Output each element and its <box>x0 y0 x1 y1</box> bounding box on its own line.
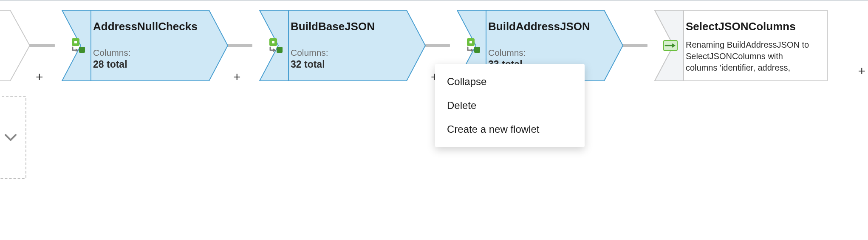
svg-rect-2 <box>74 41 77 43</box>
derived-column-icon <box>267 37 284 54</box>
context-menu: Collapse Delete Create a new flowlet <box>435 64 585 147</box>
svg-marker-8 <box>273 49 276 52</box>
node-icon-area <box>65 9 90 82</box>
columns-label: Columns: <box>488 48 606 58</box>
connector-line <box>29 44 55 47</box>
context-menu-item-collapse[interactable]: Collapse <box>435 70 585 94</box>
node-title: BuildBaseJSON <box>291 20 409 33</box>
node-icon-area <box>658 9 683 82</box>
context-menu-item-delete[interactable]: Delete <box>435 94 585 117</box>
node-title: SelectJSONColumns <box>686 20 810 33</box>
svg-rect-9 <box>277 47 283 53</box>
derived-column-icon <box>69 37 86 54</box>
add-transformation-button[interactable]: + <box>36 70 43 84</box>
columns-label: Columns: <box>93 48 211 58</box>
connector: + <box>31 9 61 82</box>
flow-node-address-null-checks[interactable]: AddressNullChecks Columns: 28 total <box>61 9 229 82</box>
node-title: AddressNullChecks <box>93 20 211 33</box>
connector <box>624 9 654 82</box>
connector: + <box>229 9 259 82</box>
source-fragment[interactable] <box>0 9 31 82</box>
columns-count: 32 total <box>291 59 409 70</box>
svg-rect-4 <box>79 47 85 53</box>
svg-marker-13 <box>471 49 474 52</box>
add-transformation-button[interactable]: + <box>858 64 865 78</box>
svg-rect-7 <box>272 41 274 43</box>
canvas-divider <box>0 0 868 1</box>
connector-line <box>622 44 647 47</box>
svg-marker-3 <box>76 49 79 52</box>
flow-node-select-json-columns[interactable]: SelectJSONColumns Renaming BuildAddressJ… <box>654 9 828 82</box>
svg-rect-14 <box>474 47 480 53</box>
node-title: BuildAddressJSON <box>488 20 606 33</box>
svg-rect-12 <box>469 41 472 43</box>
context-menu-item-create-flowlet[interactable]: Create a new flowlet <box>435 117 585 141</box>
add-transformation-button[interactable]: + <box>233 70 241 84</box>
columns-count: 28 total <box>93 59 211 70</box>
select-icon <box>662 37 679 54</box>
columns-label: Columns: <box>291 48 409 58</box>
connector-line <box>424 44 450 47</box>
chevron-down-icon <box>3 130 18 145</box>
branch-drop-target[interactable] <box>0 96 26 179</box>
derived-column-icon <box>464 37 481 54</box>
node-description: Renaming BuildAddressJSON to SelectJSONC… <box>686 39 810 74</box>
node-icon-area <box>263 9 288 82</box>
flow-stream: + AddressNullCheck <box>0 6 828 85</box>
connector-line <box>227 44 252 47</box>
flow-node-build-base-json[interactable]: BuildBaseJSON Columns: 32 total <box>259 9 427 82</box>
flow-canvas[interactable]: + AddressNullCheck <box>0 0 868 240</box>
